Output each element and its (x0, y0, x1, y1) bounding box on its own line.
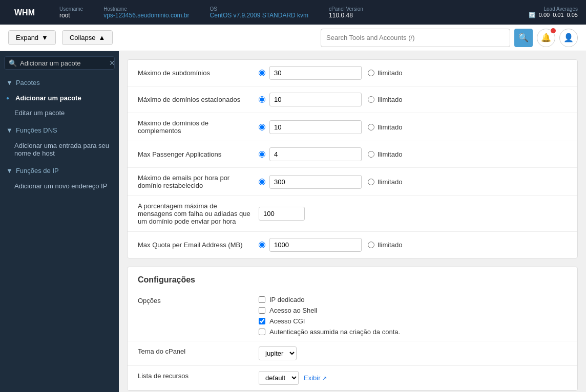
radio-value-passenger[interactable] (259, 151, 265, 158)
checkbox-ip-dedicado-input[interactable] (259, 296, 265, 303)
notification-button[interactable]: 🔔 (537, 29, 555, 47)
search-input[interactable] (326, 34, 505, 41)
unlimited-label: Ilimitado (378, 241, 402, 249)
main-content: Máximo de subdomínios Ilimitado Máximo d… (119, 51, 586, 392)
configuracoes-card: Configurações Opções IP dedicado Acesso … (127, 267, 578, 391)
hostname-value: vps-123456.seudominio.com.br (103, 12, 189, 19)
config-controls-lista: default Exibir ↗ (259, 371, 327, 385)
cpanel-group: cPanel Version 110.0.48 (329, 6, 363, 19)
unlimited-label: Ilimitado (378, 123, 402, 131)
radio-unlimited-complementos[interactable] (368, 124, 374, 130)
unlimited-label: Ilimitado (378, 150, 402, 158)
load-val-3: 0.05 (567, 12, 578, 18)
sidebar-item-label: Editar um pacote (14, 109, 65, 117)
checkbox-acesso-cgi: Acesso CGI (259, 317, 400, 325)
tema-select[interactable]: jupiter (259, 346, 297, 360)
chevron-down-icon: ▼ (6, 79, 13, 86)
unlimited-passenger: Ilimitado (368, 150, 402, 158)
input-porcentagem[interactable] (259, 207, 305, 221)
expand-button[interactable]: Expand ▼ (8, 30, 56, 45)
radio-unlimited-subdominios[interactable] (368, 70, 374, 76)
checkbox-acesso-shell-label: Acesso ao Shell (269, 307, 317, 314)
checkbox-acesso-shell: Acesso ao Shell (259, 307, 400, 314)
sidebar-item-editar-pacote[interactable]: Editar um pacote (0, 105, 119, 120)
radio-unlimited-estacionados[interactable] (368, 96, 374, 103)
radio-value-quota[interactable] (259, 242, 265, 248)
input-quota[interactable] (269, 238, 362, 252)
input-complementos[interactable] (269, 120, 362, 134)
actionbar: Expand ▼ Collapse ▲ 🔍 🔔 👤 (0, 25, 586, 51)
sidebar-item-adicionar-pacote[interactable]: Adicionar um pacote (0, 91, 119, 105)
form-label-emails-hora: Máximo de emails por hora por domínio re… (138, 174, 250, 189)
collapse-button[interactable]: Collapse ▲ (62, 30, 113, 45)
refresh-icon[interactable]: 🔄 (529, 12, 536, 18)
search-box (321, 29, 510, 47)
sidebar-search-container: 🔍 ✕ (4, 56, 115, 70)
radio-unlimited-quota[interactable] (368, 242, 374, 248)
sidebar-section-header-dns[interactable]: ▼ Funções DNS (0, 122, 119, 138)
sidebar-section-ip: ▼ Funções de IP Adicionar um novo endere… (0, 163, 119, 193)
checkbox-acesso-cgi-input[interactable] (259, 318, 265, 324)
exibir-link[interactable]: Exibir ↗ (304, 374, 327, 382)
radio-value-complementos[interactable] (259, 124, 265, 130)
hostname-label: Hostname (103, 6, 189, 12)
form-controls-quota: Ilimitado (259, 238, 567, 252)
config-label-lista: Lista de recursos (138, 371, 250, 380)
checkbox-acesso-shell-input[interactable] (259, 307, 265, 314)
sidebar-search-icon: 🔍 (9, 59, 17, 67)
exibir-label: Exibir (304, 374, 321, 382)
radio-unlimited-passenger[interactable] (368, 151, 374, 158)
sidebar-search-input[interactable] (20, 59, 106, 67)
load-label: Load Averages (543, 6, 578, 12)
sidebar-section-header-pacotes[interactable]: ▼ Pacotes (0, 75, 119, 91)
unlimited-label: Ilimitado (378, 69, 402, 77)
cpanel-value: 110.0.48 (329, 12, 363, 19)
form-controls-estacionados: Ilimitado (259, 93, 567, 106)
form-row-porcentagem: A porcentagem máxima de mensagens com fa… (128, 196, 577, 232)
form-label-porcentagem: A porcentagem máxima de mensagens com fa… (138, 202, 250, 225)
sidebar-item-adicionar-entrada[interactable]: Adicionar uma entrada para seu nome de h… (0, 138, 119, 161)
sidebar-search-clear-button[interactable]: ✕ (109, 59, 115, 67)
radio-value-estacionados[interactable] (259, 96, 265, 103)
form-row-estacionados: Máximo de domínios estacionados Ilimitad… (128, 86, 577, 113)
config-controls-opcoes: IP dedicado Acesso ao Shell Acesso CGI A… (259, 296, 400, 336)
checkbox-autenticacao-input[interactable] (259, 329, 265, 335)
form-row-emails-hora: Máximo de emails por hora por domínio re… (128, 168, 577, 196)
unlimited-label: Ilimitado (378, 178, 402, 186)
input-passenger[interactable] (269, 147, 362, 161)
lista-select[interactable]: default (259, 371, 299, 385)
input-subdominios[interactable] (269, 66, 362, 80)
config-row-tema: Tema do cPanel jupiter (128, 341, 577, 366)
radio-value-subdominios[interactable] (259, 70, 265, 76)
sidebar-section-label: Funções DNS (16, 126, 57, 134)
topbar-info: Username root Hostname vps-123456.seudom… (59, 6, 512, 19)
form-row-passenger: Max Passenger Applications Ilimitado (128, 141, 577, 168)
radio-value-emails-hora[interactable] (259, 179, 265, 185)
checkbox-acesso-cgi-label: Acesso CGI (269, 317, 305, 325)
config-row-opcoes: Opções IP dedicado Acesso ao Shell Acess… (128, 291, 577, 341)
input-emails-hora[interactable] (269, 175, 362, 189)
unlimited-estacionados: Ilimitado (368, 96, 402, 103)
load-values: 🔄 0.00 0.01 0.05 (529, 12, 578, 18)
notification-badge (551, 28, 556, 33)
user-button[interactable]: 👤 (559, 29, 578, 47)
radio-group-estacionados (259, 93, 362, 106)
sidebar-section-header-ip[interactable]: ▼ Funções de IP (0, 163, 119, 179)
input-estacionados[interactable] (269, 93, 362, 106)
form-label-quota: Max Quota per Email Address (MB) (138, 241, 250, 249)
sidebar-section-dns: ▼ Funções DNS Adicionar uma entrada para… (0, 122, 119, 161)
search-icon: 🔍 (518, 33, 529, 42)
config-label-opcoes: Opções (138, 296, 250, 304)
radio-group-quota (259, 238, 362, 252)
chevron-down-icon: ▼ (6, 126, 13, 134)
radio-unlimited-emails-hora[interactable] (368, 179, 374, 185)
form-controls-complementos: Ilimitado (259, 120, 567, 134)
sidebar-section-label: Pacotes (16, 79, 40, 86)
chevron-up-icon: ▲ (99, 34, 106, 41)
sidebar-item-adicionar-ip[interactable]: Adicionar um novo endereço IP (0, 179, 119, 193)
search-button[interactable]: 🔍 (514, 29, 533, 47)
form-controls-passenger: Ilimitado (259, 147, 567, 161)
topbar-right: Load Averages 🔄 0.00 0.01 0.05 (529, 6, 578, 18)
config-row-lista: Lista de recursos default Exibir ↗ (128, 366, 577, 390)
sidebar: 🔍 ✕ ▼ Pacotes Adicionar um pacote Editar… (0, 51, 119, 392)
